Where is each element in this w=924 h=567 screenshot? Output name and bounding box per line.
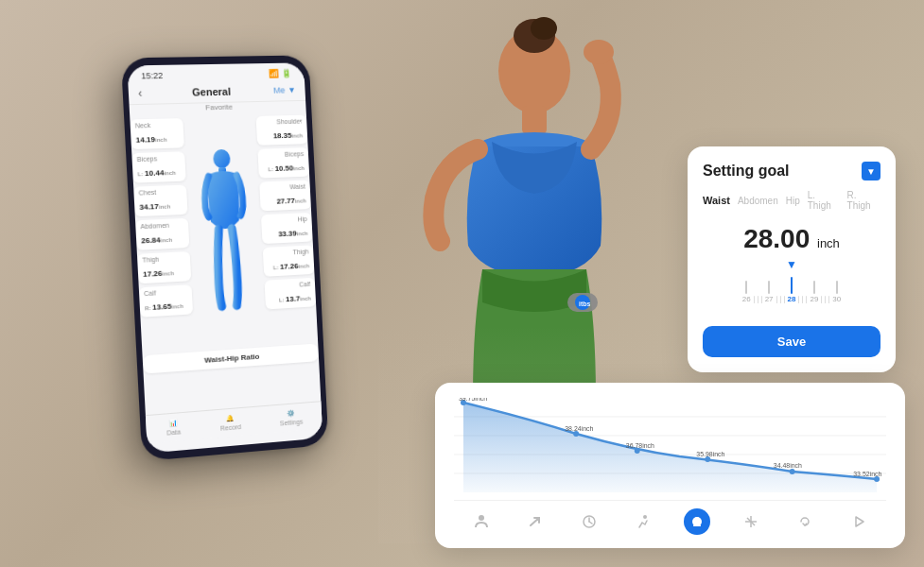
phone-body: 15:22 📶 🔋 ‹ General Me ▼ Favorite Neck: [121, 55, 329, 461]
measurements-left: Neck 14.19inch Biceps L: 10.44inch Chest…: [130, 118, 194, 350]
data-label: Data: [166, 428, 181, 436]
svg-text:39.75inch: 39.75inch: [459, 398, 487, 402]
calf-l-measurement: Calf L: 13.7inch: [265, 278, 317, 310]
sg-pointer: ▼: [703, 258, 880, 271]
svg-text:35.98inch: 35.98inch: [696, 451, 724, 457]
chest-measurement: Chest 34.17inch: [133, 185, 187, 217]
biceps-l2-measurement: Biceps L: 10.50inch: [257, 147, 309, 179]
ruler-ticks: 26 27: [703, 277, 880, 303]
shoulder-measurement: Shoulder 18.35inch: [256, 115, 308, 146]
chart-panel: 39.75inch 38.24inch 36.78inch 35.98inch …: [435, 383, 905, 548]
body-figure-center: [186, 116, 264, 346]
tab-data[interactable]: 📊 Data: [166, 419, 181, 436]
abdomen-measurement: Abdomen 26.84inch: [135, 218, 189, 250]
svg-point-27: [479, 515, 484, 521]
chart-tab-arrow[interactable]: [522, 508, 549, 535]
nav-title: General: [148, 85, 273, 99]
svg-point-31: [643, 515, 647, 519]
biceps-l-measurement: Biceps L: 10.44inch: [131, 151, 185, 182]
chart-tab-person[interactable]: [468, 508, 495, 535]
thigh-l-measurement: Thigh L: 17.26inch: [263, 245, 315, 276]
svg-text:36.78inch: 36.78inch: [626, 442, 654, 449]
svg-text:38.24inch: 38.24inch: [565, 425, 593, 432]
chart-tab-cycle[interactable]: [792, 508, 818, 535]
svg-point-33: [695, 517, 699, 521]
svg-text:33.52inch: 33.52inch: [853, 471, 881, 477]
svg-line-30: [589, 522, 592, 524]
nav-right[interactable]: Me ▼: [273, 85, 296, 94]
sg-tab-abdomen[interactable]: Abdomen: [738, 196, 778, 206]
chart-tab-bar: [454, 500, 886, 535]
svg-text:34.48inch: 34.48inch: [774, 462, 802, 469]
sg-tabs: Waist Abdomen Hip L. Thigh R. Thigh: [703, 190, 880, 211]
sg-header: Setting goal ▼: [703, 162, 880, 180]
waist-measurement: Waist 27.77inch: [259, 180, 311, 212]
chart-tab-run[interactable]: [630, 508, 656, 535]
back-button[interactable]: ‹: [138, 87, 143, 100]
neck-measurement: Neck 14.19inch: [130, 118, 183, 149]
setting-goal-panel: Setting goal ▼ Waist Abdomen Hip L. Thig…: [688, 146, 896, 372]
svg-point-19: [790, 469, 795, 474]
sg-value: 28.00 inch: [703, 224, 880, 254]
sg-ruler[interactable]: 26 27: [703, 277, 880, 315]
chart-area: 39.75inch 38.24inch 36.78inch 35.98inch …: [454, 398, 886, 492]
sg-title: Setting goal: [703, 163, 790, 180]
sg-dropdown-button[interactable]: ▼: [862, 162, 880, 180]
record-icon: 🔔: [226, 415, 235, 423]
record-label: Record: [220, 423, 242, 432]
body-section: Neck 14.19inch Biceps L: 10.44inch Chest…: [130, 115, 318, 351]
status-time: 15:22: [141, 71, 163, 81]
tab-settings[interactable]: ⚙️ Settings: [279, 409, 303, 427]
dropdown-icon: ▼: [866, 166, 876, 177]
sg-tab-l-thigh[interactable]: L. Thigh: [808, 190, 840, 211]
sg-tab-waist[interactable]: Waist: [703, 195, 730, 206]
settings-label: Settings: [280, 419, 304, 427]
calf-r-measurement: Calf R: 13.65inch: [139, 284, 193, 318]
settings-icon: ⚙️: [287, 409, 295, 418]
status-icons: 📶 🔋: [269, 69, 291, 78]
human-body-icon: [198, 145, 253, 317]
sg-tab-hip[interactable]: Hip: [786, 196, 800, 206]
sg-tab-r-thigh[interactable]: R. Thigh: [847, 190, 880, 211]
data-icon: 📊: [168, 420, 178, 428]
save-button[interactable]: Save: [703, 326, 880, 357]
chart-tab-waist-active[interactable]: [684, 508, 710, 535]
chart-tab-scale[interactable]: [576, 508, 602, 535]
svg-marker-37: [856, 517, 863, 526]
hip-measurement: Hip 33.39inch: [261, 213, 313, 244]
waist-chart-svg: 39.75inch 38.24inch 36.78inch 35.98inch …: [454, 398, 886, 492]
chart-tab-play[interactable]: [846, 508, 872, 535]
chart-tab-stretch[interactable]: [738, 508, 764, 535]
thigh-measurement: Thigh 17.26inch: [137, 251, 191, 284]
phone-tab-bar: 📊 Data 🔔 Record ⚙️ Settings: [146, 401, 323, 443]
phone-screen: 15:22 📶 🔋 ‹ General Me ▼ Favorite Neck: [127, 62, 323, 453]
tab-record[interactable]: 🔔 Record: [219, 414, 241, 432]
svg-point-9: [213, 149, 231, 169]
phone-mockup: 15:22 📶 🔋 ‹ General Me ▼ Favorite Neck: [121, 55, 329, 471]
measurements-right: Shoulder 18.35inch Biceps L: 10.50inch W…: [256, 115, 318, 342]
